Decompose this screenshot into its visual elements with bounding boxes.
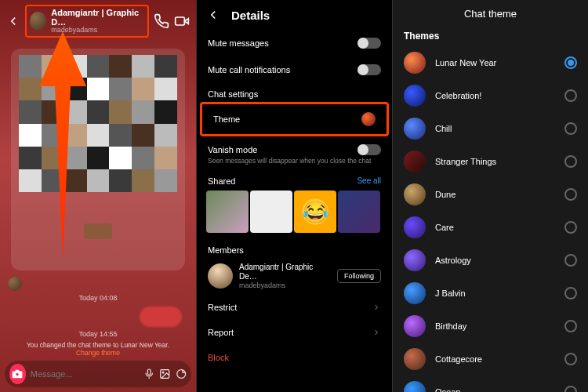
theme-icon bbox=[404, 85, 426, 107]
theme-icon bbox=[404, 183, 426, 205]
theme-option[interactable]: Lunar New Year bbox=[393, 46, 588, 79]
camera-icon bbox=[12, 368, 23, 379]
theme-change-notice: You changed the chat theme to Lunar New … bbox=[0, 338, 196, 360]
theme-option[interactable]: Cottagecore bbox=[393, 343, 588, 376]
theme-radio[interactable] bbox=[564, 89, 577, 102]
following-button[interactable]: Following bbox=[337, 269, 381, 283]
back-icon[interactable] bbox=[206, 8, 220, 22]
mic-icon[interactable] bbox=[143, 367, 154, 381]
change-theme-link[interactable]: Change theme bbox=[76, 349, 120, 357]
shared-thumb[interactable] bbox=[206, 191, 249, 233]
restrict-row[interactable]: Restrict bbox=[197, 295, 392, 320]
chat-header: Adamgiantr | Graphic D… madebyadams bbox=[0, 0, 196, 42]
theme-radio[interactable] bbox=[564, 353, 577, 365]
theme-icon bbox=[404, 348, 426, 370]
theme-option[interactable]: Care bbox=[393, 211, 588, 244]
vanish-mode-toggle[interactable] bbox=[358, 144, 381, 155]
shared-image[interactable] bbox=[11, 49, 185, 270]
theme-row[interactable]: Theme bbox=[200, 102, 389, 136]
outgoing-message[interactable] bbox=[140, 307, 182, 327]
theme-name: Birthday bbox=[435, 321, 466, 331]
theme-radio[interactable] bbox=[564, 386, 577, 392]
shared-thumb[interactable] bbox=[338, 191, 380, 233]
theme-name: J Balvin bbox=[435, 289, 466, 298]
theme-icon bbox=[404, 249, 426, 271]
theme-icon bbox=[404, 52, 426, 74]
chat-theme-title: Chat theme bbox=[393, 0, 588, 27]
member-row[interactable]: Adamgiantr | Graphic De… madebyadams Fol… bbox=[197, 258, 392, 295]
theme-option[interactable]: Birthday bbox=[393, 310, 588, 343]
shared-thumb[interactable]: 😂 bbox=[294, 191, 336, 233]
report-row[interactable]: Report bbox=[197, 320, 392, 345]
block-label: Block bbox=[208, 353, 229, 362]
theme-option[interactable]: Dune bbox=[393, 178, 588, 211]
details-title: Details bbox=[231, 9, 270, 22]
mute-messages-row[interactable]: Mute messages bbox=[197, 30, 392, 56]
sticker-icon[interactable] bbox=[176, 367, 187, 381]
message-input[interactable] bbox=[31, 369, 139, 379]
theme-option[interactable]: Ocean bbox=[393, 376, 588, 392]
member-handle: madebyadams bbox=[239, 281, 331, 290]
shared-thumb[interactable] bbox=[250, 191, 292, 233]
see-all-link[interactable]: See all bbox=[357, 176, 381, 186]
block-row[interactable]: Block bbox=[197, 345, 392, 370]
svg-point-1 bbox=[16, 373, 20, 376]
theme-radio[interactable] bbox=[564, 188, 577, 201]
theme-name: Care bbox=[435, 223, 454, 232]
theme-name: Ocean bbox=[435, 387, 460, 392]
chat-panel: Adamgiantr | Graphic D… madebyadams Toda… bbox=[0, 0, 196, 392]
theme-radio[interactable] bbox=[564, 287, 577, 299]
shared-strip: 😂 bbox=[197, 191, 392, 239]
theme-icon bbox=[404, 381, 426, 392]
theme-name: Dune bbox=[435, 190, 456, 199]
timestamp: Today 04:08 bbox=[0, 294, 196, 302]
member-name: Adamgiantr | Graphic De… bbox=[239, 263, 331, 281]
theme-option[interactable]: Astrology bbox=[393, 244, 588, 277]
image-icon[interactable] bbox=[159, 367, 170, 381]
theme-option[interactable]: Chill bbox=[393, 112, 588, 145]
theme-swatch-icon bbox=[361, 112, 376, 126]
theme-option[interactable]: Celebration! bbox=[393, 79, 588, 112]
theme-option[interactable]: Stranger Things bbox=[393, 145, 588, 178]
theme-name: Stranger Things bbox=[435, 157, 496, 166]
theme-icon bbox=[404, 118, 426, 140]
theme-radio[interactable] bbox=[564, 56, 577, 69]
theme-radio[interactable] bbox=[564, 221, 577, 234]
theme-radio[interactable] bbox=[564, 320, 577, 332]
vanish-mode-row[interactable]: Vanish mode bbox=[197, 136, 392, 157]
theme-option[interactable]: J Balvin bbox=[393, 277, 588, 310]
chevron-right-icon bbox=[372, 328, 381, 337]
camera-button[interactable] bbox=[9, 364, 26, 384]
theme-icon bbox=[404, 315, 426, 337]
mute-calls-row[interactable]: Mute call notifications bbox=[197, 56, 392, 83]
mute-calls-toggle[interactable] bbox=[358, 64, 381, 75]
mute-messages-label: Mute messages bbox=[208, 38, 269, 48]
shared-header: Shared See all bbox=[197, 172, 392, 191]
theme-radio[interactable] bbox=[564, 254, 577, 267]
chat-user-name: Adamgiantr | Graphic D… bbox=[51, 8, 144, 27]
report-label: Report bbox=[208, 328, 234, 337]
video-call-icon[interactable] bbox=[174, 13, 190, 29]
vanish-mode-label: Vanish mode bbox=[208, 145, 257, 154]
chat-user-header[interactable]: Adamgiantr | Graphic D… madebyadams bbox=[25, 5, 149, 38]
restrict-label: Restrict bbox=[208, 303, 237, 312]
back-icon[interactable] bbox=[6, 14, 20, 28]
theme-radio[interactable] bbox=[564, 155, 577, 168]
chevron-right-icon bbox=[372, 303, 381, 312]
timestamp: Today 14:55 bbox=[0, 330, 196, 338]
call-icon[interactable] bbox=[154, 13, 169, 29]
themes-section-label: Themes bbox=[393, 27, 588, 46]
chat-theme-panel: Chat theme Themes Lunar New Year Celebra… bbox=[392, 0, 588, 392]
theme-icon bbox=[404, 282, 426, 304]
shared-label: Shared bbox=[208, 176, 235, 186]
chat-user-handle: madebyadams bbox=[51, 27, 144, 34]
member-avatar bbox=[208, 263, 233, 289]
themes-list: Lunar New Year Celebration! Chill Strang… bbox=[393, 46, 588, 392]
theme-radio[interactable] bbox=[564, 122, 577, 135]
sender-avatar bbox=[8, 277, 22, 291]
theme-name: Astrology bbox=[435, 256, 471, 265]
theme-icon bbox=[404, 151, 426, 172]
details-panel: Details Mute messages Mute call notifica… bbox=[196, 0, 392, 392]
mute-messages-toggle[interactable] bbox=[358, 38, 381, 49]
vanish-mode-description: Seen messages will disappear when you cl… bbox=[197, 157, 392, 172]
